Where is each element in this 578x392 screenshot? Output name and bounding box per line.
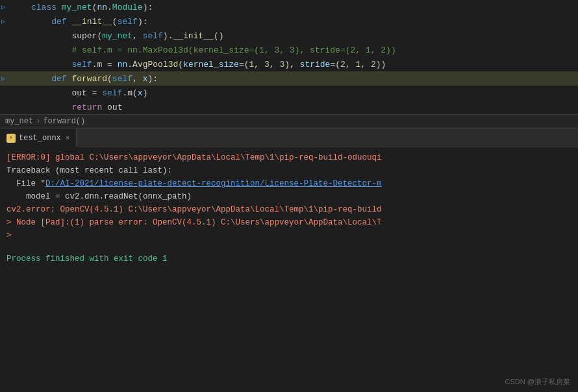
terminal-tab-bar: ⚡ test_onnx × (0, 128, 578, 147)
code-token: , (360, 60, 371, 69)
app-window: ▷class my_net(nn.Module):▷ def __init__(… (0, 0, 578, 392)
code-line: ▷class my_net(nn.Module): (0, 0, 578, 14)
breadcrumb-separator: › (36, 117, 40, 126)
code-line: ▷ def forward(self, x): (0, 71, 578, 86)
code-token: ( (112, 17, 118, 27)
code-line: ▷ def __init__(self): (0, 14, 578, 29)
terminal-tab-icon: ⚡ (6, 134, 16, 143)
code-token: stride (300, 60, 331, 69)
code-token (31, 103, 71, 112)
code-token: () (214, 31, 224, 41)
code-token: def (31, 17, 71, 27)
code-token: )) (376, 60, 386, 69)
code-token: def (31, 74, 71, 84)
code-token: super( (31, 31, 102, 41)
breadcrumb-filename: my_net (5, 117, 33, 126)
terminal-tab-label: test_onnx (19, 134, 61, 143)
code-content: # self.m = nn.MaxPool3d(kernel_size=(1, … (26, 45, 396, 55)
terminal-line: [ERROR:0] global C:\Users\appveyor\AppDa… (6, 151, 572, 164)
code-line: return out (0, 100, 578, 114)
code-token: self (118, 17, 138, 27)
code-token: # self.m = nn.MaxPool3d(kernel_size=(1, … (31, 45, 396, 55)
code-token: out (107, 103, 122, 112)
code-token: out = (31, 88, 102, 98)
code-token: 2 (371, 60, 376, 69)
code-token: 3 (264, 60, 270, 69)
code-content: super(my_net, self).__init__() (26, 31, 224, 41)
code-token: ). (163, 31, 173, 41)
terminal-output: [ERROR:0] global C:\Users\appveyor\AppDa… (0, 147, 578, 392)
terminal-line: Traceback (most recent call last): (6, 164, 572, 177)
code-token: self (112, 74, 132, 84)
code-token: nn (118, 60, 128, 69)
code-token: self (143, 31, 163, 41)
code-token: Module (112, 3, 143, 12)
terminal-line: > (6, 229, 572, 242)
code-content: def __init__(self): (26, 17, 147, 27)
code-content: return out (26, 103, 122, 112)
breadcrumb: my_net › forward() (0, 114, 578, 128)
code-token: , (346, 60, 356, 69)
code-line: super(my_net, self).__init__() (0, 29, 578, 43)
code-token: . (127, 60, 132, 69)
code-token: __init__ (173, 31, 213, 41)
code-token: ( (107, 74, 112, 84)
code-content: class my_net(nn.Module): (26, 3, 153, 12)
gutter-icon: ▷ (1, 75, 5, 82)
code-token: 2 (340, 60, 346, 69)
code-token: , (270, 60, 280, 69)
terminal-file-link[interactable]: D:/AI-2021/license-plate-detect-recogini… (45, 179, 382, 188)
code-content: self.m = nn.AvgPool3d(kernel_size=(1, 3,… (26, 60, 386, 69)
code-content: out = self.m(x) (26, 88, 147, 98)
code-token: , (132, 74, 143, 84)
terminal-line (6, 242, 572, 252)
terminal-tab[interactable]: ⚡ test_onnx × (0, 129, 77, 147)
code-token: , (254, 60, 264, 69)
terminal-tab-close[interactable]: × (66, 134, 70, 142)
breadcrumb-method: forward() (43, 117, 85, 126)
code-token: ) (143, 88, 148, 98)
code-token: forward (71, 74, 107, 84)
code-token: AvgPool3d (132, 60, 178, 69)
code-token: ), (284, 60, 299, 69)
code-token: self (102, 88, 122, 98)
code-token: . (107, 3, 112, 12)
terminal-line: File "D:/AI-2021/license-plate-detect-re… (6, 177, 572, 190)
code-token: my_net (102, 31, 132, 41)
code-token: kernel_size (183, 60, 239, 69)
code-token: ): (143, 3, 153, 12)
code-token: x (138, 88, 143, 98)
code-line: out = self.m(x) (0, 86, 578, 100)
code-token: .m = (92, 60, 118, 69)
gutter-icon: ▷ (1, 18, 5, 25)
terminal-line: model = cv2.dnn.readNet(onnx_path) (6, 190, 572, 203)
code-line: self.m = nn.AvgPool3d(kernel_size=(1, 3,… (0, 57, 578, 71)
code-token: return (71, 103, 107, 112)
terminal-line: Process finished with exit code 1 (6, 252, 572, 265)
code-token: .m( (122, 88, 137, 98)
code-token: __init__ (71, 17, 112, 27)
code-token: , (132, 31, 143, 41)
code-line: # self.m = nn.MaxPool3d(kernel_size=(1, … (0, 43, 578, 57)
gutter-icon: ▷ (1, 3, 5, 11)
code-editor: ▷class my_net(nn.Module):▷ def __init__(… (0, 0, 578, 114)
code-token (31, 60, 71, 69)
terminal-line: cv2.error: OpenCV(4.5.1) C:\Users\appvey… (6, 203, 572, 216)
code-token: =( (239, 60, 249, 69)
code-token: self (71, 60, 92, 69)
terminal-line: > Node [Pad]:(1) parse error: OpenCV(4.5… (6, 216, 572, 229)
code-token: my_net (62, 3, 92, 12)
code-token: ): (147, 74, 158, 84)
code-content: def forward(self, x): (26, 74, 158, 84)
code-token: =( (330, 60, 340, 69)
code-token: ( (178, 60, 183, 69)
code-token: ): (138, 17, 148, 27)
code-token: class (31, 3, 62, 12)
watermark: CSDN @浪子私房菜 (505, 377, 570, 387)
code-token: nn (97, 3, 107, 12)
